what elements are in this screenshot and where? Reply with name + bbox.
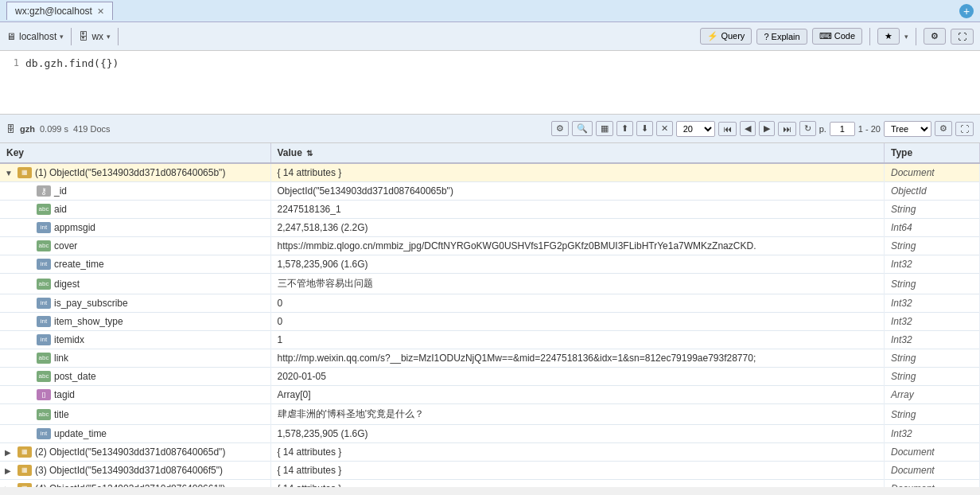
type-cell: Array: [885, 386, 980, 404]
key-label: (4) ObjectId("5e134903dd3710d876400661"): [35, 483, 225, 487]
field-icon: ▦: [18, 446, 32, 458]
key-label: appmsgid: [54, 222, 95, 233]
table-row[interactable]: abcpost_date2020-01-05String: [0, 368, 980, 386]
toolbar: 🖥 localhost ▾ 🗄 wx ▾ ⚡ Query ? Explain ⌨…: [0, 22, 980, 51]
query-text[interactable]: db.gzh.find({}): [25, 56, 119, 69]
table-header-row: Key Value ⇅ Type: [0, 143, 980, 163]
search-button[interactable]: 🔍: [572, 121, 593, 136]
separator-4: [916, 28, 916, 45]
page-label: p.: [819, 124, 826, 134]
expand-icon[interactable]: ▶: [5, 466, 14, 475]
sort-icon[interactable]: ⇅: [306, 149, 313, 158]
key-cell: ▶▦(4) ObjectId("5e134903dd3710d876400661…: [5, 483, 264, 487]
results-db: gzh: [20, 124, 35, 134]
key-cell: abcpost_date: [24, 371, 264, 382]
key-cell: abclink: [24, 353, 264, 364]
key-label: (3) ObjectId("5e134903dd371d08764006f5"): [35, 465, 223, 476]
value-cell: 2,247,518,136 (2.2G): [270, 219, 885, 237]
table-row[interactable]: ▶▦(3) ObjectId("5e134903dd371d08764006f5…: [0, 462, 980, 480]
table-row[interactable]: intitem_show_type0Int32: [0, 313, 980, 331]
line-number: 1: [6, 56, 25, 68]
explain-button[interactable]: ? Explain: [756, 29, 807, 45]
key-cell: intcreate_time: [24, 259, 264, 270]
results-count: 419 Docs: [73, 124, 110, 134]
view-options-button[interactable]: ⚙: [935, 121, 952, 136]
field-icon: abc: [37, 409, 51, 420]
type-cell: String: [885, 404, 980, 425]
type-cell: String: [885, 274, 980, 294]
key-cell: abcaid: [24, 204, 264, 215]
first-page-button[interactable]: ⏮: [718, 122, 737, 136]
field-icon: int: [37, 259, 51, 270]
type-cell: Int32: [885, 331, 980, 349]
key-label: (1) ObjectId("5e134903dd371d087640065b"): [35, 167, 225, 178]
table-row[interactable]: ▼▦(1) ObjectId("5e134903dd371d087640065b…: [0, 163, 980, 182]
type-cell: Document: [885, 480, 980, 488]
field-icon: int: [37, 222, 51, 233]
settings-button[interactable]: ⚙: [924, 28, 946, 45]
server-dropdown-icon[interactable]: ▾: [60, 33, 64, 41]
table-row[interactable]: intappmsgid2,247,518,136 (2.2G)Int64: [0, 219, 980, 237]
field-icon: int: [37, 334, 51, 345]
value-cell: 肆虐非洲的'博科圣地'究竟是什么？: [270, 404, 885, 425]
filter-button[interactable]: ⚙: [551, 121, 569, 136]
add-tab-button[interactable]: +: [959, 4, 974, 18]
table-row[interactable]: intupdate_time1,578,235,905 (1.6G)Int32: [0, 425, 980, 443]
key-label: link: [54, 353, 68, 364]
query-bar: 1 db.gzh.find({}): [0, 51, 980, 115]
table-row[interactable]: abctitle肆虐非洲的'博科圣地'究竟是什么？String: [0, 404, 980, 425]
table-row[interactable]: []tagidArray[0]Array: [0, 386, 980, 404]
results-time: 0.099 s: [40, 124, 68, 134]
expand-icon[interactable]: ▶: [5, 485, 14, 488]
db-icon: 🗄: [79, 31, 88, 42]
view-select[interactable]: Tree Table JSON: [884, 121, 931, 137]
key-label: post_date: [54, 371, 96, 382]
import-button[interactable]: ⬆: [616, 121, 633, 136]
star-button[interactable]: ★: [877, 28, 900, 45]
page-size-select[interactable]: 20 50 100: [676, 121, 715, 137]
expand-icon[interactable]: ▼: [5, 169, 14, 177]
key-label: tagid: [54, 389, 75, 400]
close-icon[interactable]: ✕: [97, 6, 104, 17]
title-tab[interactable]: wx:gzh@localhost ✕: [6, 2, 113, 20]
value-cell: https://mmbiz.qlogo.cn/mmbiz_jpg/DCftNYR…: [270, 237, 885, 255]
query-button[interactable]: ⚡ Query: [700, 28, 752, 45]
separator-3: [869, 28, 870, 45]
expand-button[interactable]: ⛶: [951, 29, 974, 45]
maximize-button[interactable]: ⛶: [955, 122, 974, 136]
table-row[interactable]: intitemidx1Int32: [0, 331, 980, 349]
table-row[interactable]: intis_pay_subscribe0Int32: [0, 294, 980, 313]
type-cell: Int64: [885, 219, 980, 237]
table-row[interactable]: abcaid2247518136_1String: [0, 201, 980, 219]
table-row[interactable]: abccoverhttps://mmbiz.qlogo.cn/mmbiz_jpg…: [0, 237, 980, 255]
fav-dropdown-icon[interactable]: ▾: [904, 33, 908, 41]
table-row[interactable]: intcreate_time1,578,235,906 (1.6G)Int32: [0, 255, 980, 274]
key-label: create_time: [54, 259, 104, 270]
next-page-button[interactable]: ▶: [759, 121, 775, 136]
type-header: Type: [885, 143, 980, 163]
refresh-button[interactable]: ↻: [799, 121, 816, 136]
db-dropdown-icon[interactable]: ▾: [107, 33, 111, 41]
table-row[interactable]: ⚷_idObjectId("5e134903dd371d087640065b")…: [0, 182, 980, 201]
field-icon: ⚷: [37, 185, 51, 197]
key-cell: ⚷_id: [24, 185, 264, 197]
table-row[interactable]: ▶▦(2) ObjectId("5e134903dd371d087640065d…: [0, 443, 980, 462]
value-cell: http://mp.weixin.qq.com/s?__biz=MzI1ODUz…: [270, 349, 885, 368]
field-icon: ▦: [18, 167, 32, 178]
table-row[interactable]: abcdigest三不管地带容易出问题String: [0, 274, 980, 294]
last-page-button[interactable]: ⏭: [778, 122, 796, 136]
type-cell: Int32: [885, 313, 980, 331]
delete-button[interactable]: ✕: [656, 121, 673, 136]
prev-page-button[interactable]: ◀: [740, 121, 756, 136]
table-row[interactable]: ▶▦(4) ObjectId("5e134903dd3710d876400661…: [0, 480, 980, 488]
table-row[interactable]: abclinkhttp://mp.weixin.qq.com/s?__biz=M…: [0, 349, 980, 368]
results-controls: ⚙ 🔍 ▦ ⬆ ⬇ ✕ 20 50 100 ⏮ ◀ ▶ ⏭ ↻ p. 1 - 2…: [551, 121, 974, 137]
page-input[interactable]: [830, 122, 855, 136]
code-button[interactable]: ⌨ Code: [812, 28, 862, 45]
server-icon: 🖥: [6, 31, 16, 42]
export-button[interactable]: ⬇: [636, 121, 653, 136]
field-icon: int: [37, 316, 51, 327]
grid-button[interactable]: ▦: [596, 121, 613, 136]
key-cell: abccover: [24, 240, 264, 251]
expand-icon[interactable]: ▶: [5, 448, 14, 457]
